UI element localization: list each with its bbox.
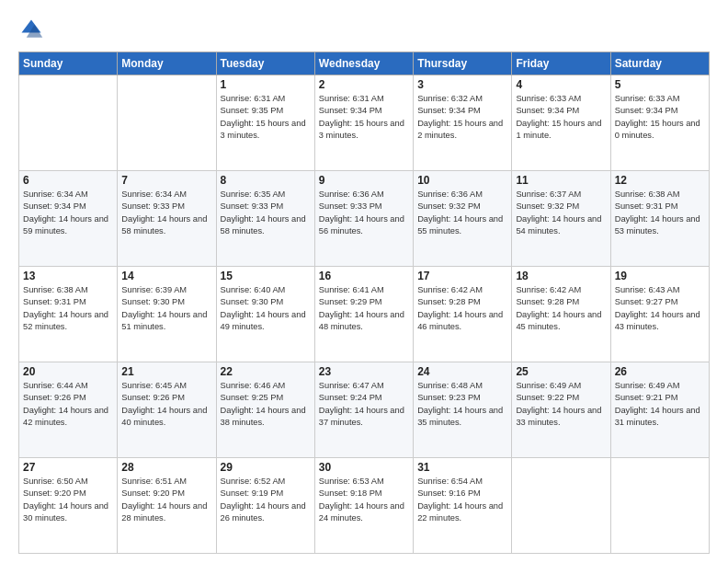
day-info: Sunrise: 6:47 AMSunset: 9:24 PMDaylight:… bbox=[319, 380, 409, 430]
day-number: 9 bbox=[319, 174, 409, 187]
day-info: Sunrise: 6:49 AMSunset: 9:22 PMDaylight:… bbox=[516, 380, 606, 430]
day-info: Sunrise: 6:42 AMSunset: 9:28 PMDaylight:… bbox=[417, 284, 507, 334]
day-number: 21 bbox=[121, 365, 211, 378]
calendar-cell: 9Sunrise: 6:36 AMSunset: 9:33 PMDaylight… bbox=[314, 171, 413, 267]
day-info: Sunrise: 6:35 AMSunset: 9:33 PMDaylight:… bbox=[221, 189, 311, 238]
day-number: 28 bbox=[121, 461, 211, 474]
day-info: Sunrise: 6:42 AMSunset: 9:28 PMDaylight:… bbox=[516, 284, 606, 334]
calendar-page: SundayMondayTuesdayWednesdayThursdayFrid… bbox=[0, 0, 728, 563]
weekday-header-wednesday: Wednesday bbox=[314, 52, 413, 75]
week-row-5: 27Sunrise: 6:50 AMSunset: 9:20 PMDayligh… bbox=[19, 458, 710, 554]
day-info: Sunrise: 6:33 AMSunset: 9:34 PMDaylight:… bbox=[516, 93, 606, 143]
day-info: Sunrise: 6:54 AMSunset: 9:16 PMDaylight:… bbox=[417, 476, 507, 525]
day-info: Sunrise: 6:53 AMSunset: 9:18 PMDaylight:… bbox=[319, 476, 409, 525]
day-number: 2 bbox=[319, 78, 409, 91]
weekday-header-saturday: Saturday bbox=[610, 52, 709, 75]
calendar-cell: 6Sunrise: 6:34 AMSunset: 9:34 PMDaylight… bbox=[19, 171, 118, 267]
day-number: 17 bbox=[417, 270, 507, 282]
calendar-cell: 1Sunrise: 6:31 AMSunset: 9:35 PMDaylight… bbox=[216, 75, 314, 171]
day-number: 7 bbox=[121, 174, 211, 187]
day-number: 11 bbox=[516, 174, 606, 187]
day-number: 14 bbox=[121, 270, 211, 282]
calendar-cell: 31Sunrise: 6:54 AMSunset: 9:16 PMDayligh… bbox=[414, 458, 512, 554]
calendar-cell: 21Sunrise: 6:45 AMSunset: 9:26 PMDayligh… bbox=[118, 362, 216, 458]
weekday-header-sunday: Sunday bbox=[19, 52, 118, 75]
day-number: 12 bbox=[615, 174, 705, 187]
day-info: Sunrise: 6:34 AMSunset: 9:33 PMDaylight:… bbox=[121, 189, 211, 238]
day-number: 13 bbox=[23, 270, 113, 282]
calendar-cell: 24Sunrise: 6:48 AMSunset: 9:23 PMDayligh… bbox=[414, 362, 512, 458]
weekday-header-friday: Friday bbox=[512, 52, 610, 75]
logo bbox=[18, 17, 48, 42]
day-number: 6 bbox=[23, 174, 113, 187]
day-info: Sunrise: 6:44 AMSunset: 9:26 PMDaylight:… bbox=[23, 380, 113, 430]
day-number: 20 bbox=[23, 365, 113, 378]
week-row-2: 6Sunrise: 6:34 AMSunset: 9:34 PMDaylight… bbox=[19, 171, 710, 267]
calendar-cell: 27Sunrise: 6:50 AMSunset: 9:20 PMDayligh… bbox=[19, 458, 118, 554]
logo-icon bbox=[18, 17, 44, 42]
calendar-cell: 8Sunrise: 6:35 AMSunset: 9:33 PMDaylight… bbox=[216, 171, 314, 267]
calendar-cell: 20Sunrise: 6:44 AMSunset: 9:26 PMDayligh… bbox=[19, 362, 118, 458]
day-number: 26 bbox=[615, 365, 705, 378]
day-info: Sunrise: 6:32 AMSunset: 9:34 PMDaylight:… bbox=[417, 93, 507, 143]
day-info: Sunrise: 6:39 AMSunset: 9:30 PMDaylight:… bbox=[121, 284, 211, 334]
day-info: Sunrise: 6:31 AMSunset: 9:35 PMDaylight:… bbox=[221, 93, 311, 143]
calendar-cell: 22Sunrise: 6:46 AMSunset: 9:25 PMDayligh… bbox=[216, 362, 314, 458]
calendar-cell: 25Sunrise: 6:49 AMSunset: 9:22 PMDayligh… bbox=[512, 362, 610, 458]
day-number: 19 bbox=[615, 270, 705, 282]
calendar-cell: 11Sunrise: 6:37 AMSunset: 9:32 PMDayligh… bbox=[512, 171, 610, 267]
calendar-cell: 13Sunrise: 6:38 AMSunset: 9:31 PMDayligh… bbox=[19, 267, 118, 362]
calendar-table: SundayMondayTuesdayWednesdayThursdayFrid… bbox=[18, 52, 710, 554]
day-number: 25 bbox=[516, 365, 606, 378]
calendar-cell: 18Sunrise: 6:42 AMSunset: 9:28 PMDayligh… bbox=[512, 267, 610, 362]
calendar-cell: 28Sunrise: 6:51 AMSunset: 9:20 PMDayligh… bbox=[118, 458, 216, 554]
calendar-cell: 29Sunrise: 6:52 AMSunset: 9:19 PMDayligh… bbox=[216, 458, 314, 554]
day-info: Sunrise: 6:43 AMSunset: 9:27 PMDaylight:… bbox=[615, 284, 705, 334]
calendar-cell: 30Sunrise: 6:53 AMSunset: 9:18 PMDayligh… bbox=[314, 458, 413, 554]
day-number: 5 bbox=[615, 78, 705, 91]
calendar-cell: 16Sunrise: 6:41 AMSunset: 9:29 PMDayligh… bbox=[314, 267, 413, 362]
day-info: Sunrise: 6:38 AMSunset: 9:31 PMDaylight:… bbox=[615, 189, 705, 238]
day-number: 16 bbox=[319, 270, 409, 282]
day-info: Sunrise: 6:36 AMSunset: 9:33 PMDaylight:… bbox=[319, 189, 409, 238]
week-row-1: 1Sunrise: 6:31 AMSunset: 9:35 PMDaylight… bbox=[19, 75, 710, 171]
day-number: 27 bbox=[23, 461, 113, 474]
day-number: 29 bbox=[221, 461, 311, 474]
day-number: 4 bbox=[516, 78, 606, 91]
calendar-cell: 2Sunrise: 6:31 AMSunset: 9:34 PMDaylight… bbox=[314, 75, 413, 171]
day-info: Sunrise: 6:50 AMSunset: 9:20 PMDaylight:… bbox=[23, 476, 113, 525]
day-info: Sunrise: 6:33 AMSunset: 9:34 PMDaylight:… bbox=[615, 93, 705, 143]
calendar-cell: 4Sunrise: 6:33 AMSunset: 9:34 PMDaylight… bbox=[512, 75, 610, 171]
day-number: 18 bbox=[516, 270, 606, 282]
day-info: Sunrise: 6:40 AMSunset: 9:30 PMDaylight:… bbox=[221, 284, 311, 334]
calendar-cell bbox=[512, 458, 610, 554]
calendar-cell: 7Sunrise: 6:34 AMSunset: 9:33 PMDaylight… bbox=[118, 171, 216, 267]
calendar-cell bbox=[19, 75, 118, 171]
week-row-3: 13Sunrise: 6:38 AMSunset: 9:31 PMDayligh… bbox=[19, 267, 710, 362]
header bbox=[18, 17, 710, 42]
day-number: 23 bbox=[319, 365, 409, 378]
day-info: Sunrise: 6:52 AMSunset: 9:19 PMDaylight:… bbox=[221, 476, 311, 525]
day-info: Sunrise: 6:51 AMSunset: 9:20 PMDaylight:… bbox=[121, 476, 211, 525]
day-number: 10 bbox=[417, 174, 507, 187]
calendar-cell bbox=[118, 75, 216, 171]
day-number: 31 bbox=[417, 461, 507, 474]
day-number: 30 bbox=[319, 461, 409, 474]
weekday-header-thursday: Thursday bbox=[414, 52, 512, 75]
day-info: Sunrise: 6:48 AMSunset: 9:23 PMDaylight:… bbox=[417, 380, 507, 430]
day-info: Sunrise: 6:45 AMSunset: 9:26 PMDaylight:… bbox=[121, 380, 211, 430]
weekday-header-row: SundayMondayTuesdayWednesdayThursdayFrid… bbox=[19, 52, 710, 75]
day-number: 8 bbox=[221, 174, 311, 187]
calendar-cell: 5Sunrise: 6:33 AMSunset: 9:34 PMDaylight… bbox=[610, 75, 709, 171]
day-info: Sunrise: 6:37 AMSunset: 9:32 PMDaylight:… bbox=[516, 189, 606, 238]
day-info: Sunrise: 6:38 AMSunset: 9:31 PMDaylight:… bbox=[23, 284, 113, 334]
calendar-cell: 19Sunrise: 6:43 AMSunset: 9:27 PMDayligh… bbox=[610, 267, 709, 362]
day-info: Sunrise: 6:46 AMSunset: 9:25 PMDaylight:… bbox=[221, 380, 311, 430]
weekday-header-monday: Monday bbox=[118, 52, 216, 75]
calendar-cell: 14Sunrise: 6:39 AMSunset: 9:30 PMDayligh… bbox=[118, 267, 216, 362]
day-number: 15 bbox=[221, 270, 311, 282]
calendar-cell: 3Sunrise: 6:32 AMSunset: 9:34 PMDaylight… bbox=[414, 75, 512, 171]
calendar-cell: 10Sunrise: 6:36 AMSunset: 9:32 PMDayligh… bbox=[414, 171, 512, 267]
day-info: Sunrise: 6:49 AMSunset: 9:21 PMDaylight:… bbox=[615, 380, 705, 430]
day-number: 24 bbox=[417, 365, 507, 378]
